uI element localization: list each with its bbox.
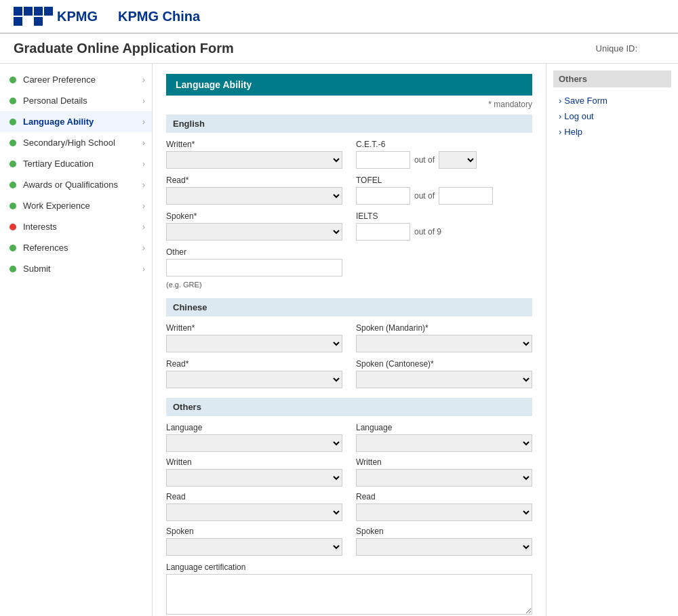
sidebar-item-interests[interactable]: Interests › (0, 216, 152, 237)
sidebar-item-awards[interactable]: Awards or Qualifications › (0, 174, 152, 195)
chevron-right-icon-4: › (142, 138, 145, 148)
written-select[interactable] (166, 151, 342, 169)
sidebar-item-language-ability[interactable]: Language Ability › (0, 111, 152, 132)
chinese-spoken-cantonese-select[interactable] (356, 371, 532, 388)
logo: KPMG (14, 7, 98, 26)
sidebar: Career Preference › Personal Details › L… (0, 64, 153, 616)
others-spoken-select-1[interactable] (166, 538, 342, 556)
chinese-spoken-mandarin-label: Spoken (Mandarin)* (356, 323, 532, 333)
sidebar-item-work[interactable]: Work Experience › (0, 195, 152, 216)
chinese-written-label: Written* (166, 323, 342, 333)
others-written-select-1[interactable] (166, 469, 342, 487)
chevron-right-icon-9: › (142, 243, 145, 253)
others-spoken-label-1: Spoken (166, 527, 342, 536)
sidebar-label-references: References (23, 243, 142, 253)
other-input[interactable] (166, 259, 342, 276)
others-written-label-1: Written (166, 457, 342, 467)
sidebar-item-career-preference[interactable]: Career Preference › (0, 69, 152, 90)
main-content: Language Ability * mandatory English Wri… (153, 64, 546, 616)
mandatory-note: * mandatory (166, 100, 532, 109)
dot-work (9, 203, 16, 209)
arrow-save-icon: › (559, 96, 561, 106)
ielts-out-of: out of 9 (414, 227, 441, 237)
spoken-select[interactable] (166, 223, 342, 241)
dot-interests (9, 224, 16, 230)
read-select[interactable] (166, 187, 342, 205)
chevron-right-icon-3: › (142, 117, 145, 127)
sidebar-label-tertiary: Tertiary Education (23, 159, 142, 169)
chevron-right-icon: › (142, 75, 145, 85)
english-subsection-header: English (166, 115, 532, 133)
ielts-score-input[interactable] (356, 223, 410, 241)
sidebar-label-interests: Interests (23, 222, 142, 232)
other-hint: (e.g. GRE) (166, 281, 342, 289)
save-form-link[interactable]: › Save Form (553, 93, 671, 108)
sidebar-label-work: Work Experience (23, 201, 142, 211)
tofel-score-input[interactable] (356, 187, 410, 205)
others-read-select-1[interactable] (166, 504, 342, 521)
others-spoken-label-2: Spoken (356, 527, 532, 536)
other-label: Other (166, 247, 342, 257)
ielts-label: IELTS (356, 211, 532, 221)
chevron-right-icon-2: › (142, 96, 145, 106)
chinese-read-label: Read* (166, 359, 342, 369)
read-label: Read* (166, 176, 342, 185)
unique-id-area: Unique ID: (596, 43, 637, 54)
tofel-out-of: out of (414, 191, 435, 201)
sidebar-label-awards: Awards or Qualifications (23, 180, 142, 190)
others-language-label-2: Language (356, 423, 532, 432)
unique-id-label: Unique ID: (596, 43, 637, 54)
arrow-logout-icon: › (559, 111, 561, 121)
sidebar-item-secondary[interactable]: Secondary/High School › (0, 132, 152, 153)
cet6-out-of: out of (414, 155, 435, 165)
others-language-label-1: Language (166, 423, 342, 432)
sidebar-label-submit: Submit (23, 264, 142, 274)
sidebar-item-submit[interactable]: Submit › (0, 258, 152, 279)
others-spoken-select-2[interactable] (356, 538, 532, 556)
others-language-select-2[interactable] (356, 434, 532, 452)
chinese-spoken-cantonese-label: Spoken (Cantonese)* (356, 359, 532, 369)
cet6-max-select[interactable] (439, 151, 477, 169)
chinese-spoken-mandarin-select[interactable] (356, 335, 532, 352)
sidebar-item-tertiary[interactable]: Tertiary Education › (0, 153, 152, 174)
others-read-select-2[interactable] (356, 504, 532, 521)
header: KPMG KPMG China (0, 0, 678, 34)
chevron-right-icon-6: › (142, 180, 145, 190)
spoken-label: Spoken* (166, 211, 342, 221)
others-read-label-1: Read (166, 492, 342, 501)
logo-kpmg-text: KPMG (57, 9, 98, 24)
others-subsection-header: Others (166, 398, 532, 416)
section-header: Language Ability (166, 74, 532, 96)
sidebar-item-personal-details[interactable]: Personal Details › (0, 90, 152, 111)
written-label: Written* (166, 140, 342, 149)
header-company-name: KPMG China (118, 9, 200, 24)
lang-cert-textarea[interactable] (166, 574, 532, 615)
chevron-right-icon-7: › (142, 201, 145, 211)
lang-cert-label: Language certification (166, 562, 532, 572)
dot-career (9, 77, 16, 83)
page-title: Graduate Online Application Form (14, 41, 596, 56)
dot-submit (9, 266, 16, 272)
others-language-select-1[interactable] (166, 434, 342, 452)
logo-grid-icon (14, 7, 53, 26)
chevron-right-icon-5: › (142, 159, 145, 169)
tofel-label: TOFEL (356, 176, 532, 185)
right-panel: Others › Save Form › Log out › Help (546, 64, 678, 616)
chevron-right-icon-10: › (142, 264, 145, 274)
sidebar-item-references[interactable]: References › (0, 237, 152, 258)
log-out-link[interactable]: › Log out (553, 108, 671, 124)
others-written-label-2: Written (356, 457, 532, 467)
dot-references (9, 245, 16, 251)
dot-personal (9, 98, 16, 104)
help-link[interactable]: › Help (553, 124, 671, 140)
chevron-right-icon-8: › (142, 222, 145, 232)
dot-secondary (9, 140, 16, 146)
chinese-read-select[interactable] (166, 371, 342, 388)
chinese-written-select[interactable] (166, 335, 342, 352)
sidebar-label-secondary: Secondary/High School (23, 138, 142, 148)
cet6-score-input[interactable] (356, 151, 410, 169)
tofel-max-input[interactable] (439, 187, 493, 205)
arrow-help-icon: › (559, 127, 561, 137)
cet6-label: C.E.T.-6 (356, 140, 532, 149)
others-written-select-2[interactable] (356, 469, 532, 487)
